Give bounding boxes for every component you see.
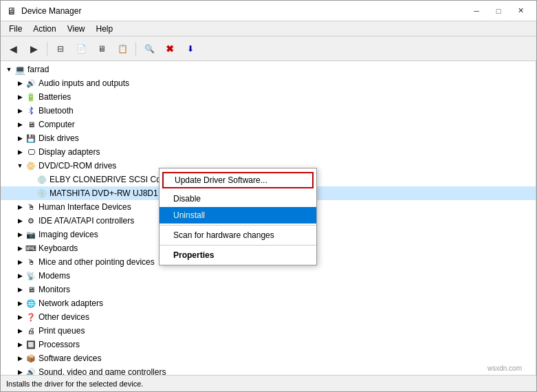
device-manager-window: 🖥 Device Manager ─ □ ✕ File Action View … <box>0 0 537 392</box>
tree-item-print[interactable]: ▶ 🖨 Print queues <box>1 324 536 338</box>
tree-item-audio[interactable]: ▶ 🔊 Audio inputs and outputs <box>1 76 536 90</box>
tree-item-other[interactable]: ▶ ❓ Other devices <box>1 310 536 324</box>
tree-icon-disk: 💾 <box>25 133 36 144</box>
minimize-button[interactable]: ─ <box>466 4 487 18</box>
tree-toggle-print[interactable]: ▶ <box>14 325 25 336</box>
tree-toggle-hid[interactable]: ▶ <box>14 202 25 213</box>
tree-toggle-other[interactable]: ▶ <box>14 312 25 323</box>
tree-label-sound: Sound, video and game controllers <box>39 367 166 375</box>
tree-toggle-processors[interactable]: ▶ <box>14 339 25 350</box>
toolbar-sep-2 <box>135 42 136 56</box>
tree-toggle-mice[interactable]: ▶ <box>14 257 25 268</box>
tree-icon-imaging: 📷 <box>25 229 36 240</box>
tree-item-modems[interactable]: ▶ 📡 Modems <box>1 269 536 283</box>
status-bar: Installs the driver for the selected dev… <box>1 375 536 391</box>
tree-icon-dvd: 📀 <box>25 160 36 171</box>
forward-button[interactable]: ▶ <box>24 39 43 58</box>
watermark: wsxdn.com <box>487 364 522 372</box>
tree-icon-display: 🖵 <box>25 146 36 157</box>
tree-icon-audio: 🔊 <box>25 78 36 89</box>
back-button[interactable]: ◀ <box>3 39 23 58</box>
tree-label-keyboards: Keyboards <box>39 243 78 253</box>
context-menu-update[interactable]: Update Driver Software... <box>162 172 314 188</box>
tree-toggle-computer[interactable]: ▶ <box>14 119 25 130</box>
tree-label-network: Network adapters <box>39 298 103 308</box>
delete-button[interactable]: ✖ <box>160 39 179 58</box>
scan-button[interactable]: 🔍 <box>140 39 159 58</box>
maximize-button[interactable]: □ <box>488 4 509 18</box>
tree-toggle-monitors[interactable]: ▶ <box>14 284 25 295</box>
context-menu-scan[interactable]: Scan for hardware changes <box>160 227 316 243</box>
tree-label-disk: Disk drives <box>39 133 79 143</box>
tree-area[interactable]: ▼ 💻 farrad ▶ 🔊 Audio inputs and outputs … <box>1 61 536 375</box>
context-menu-scan-label: Scan for hardware changes <box>173 230 274 240</box>
show-hidden-button[interactable]: ⊟ <box>51 39 70 58</box>
menu-action[interactable]: Action <box>28 23 61 35</box>
tree-toggle-network[interactable]: ▶ <box>14 298 25 309</box>
close-button[interactable]: ✕ <box>510 4 531 18</box>
tree-item-display[interactable]: ▶ 🖵 Display adapters <box>1 145 536 159</box>
tree-label-mice: Mice and other pointing devices <box>39 257 155 267</box>
menu-help[interactable]: Help <box>91 23 119 35</box>
title-bar: 🖥 Device Manager ─ □ ✕ <box>1 1 536 21</box>
tree-toggle-software[interactable]: ▶ <box>14 353 25 364</box>
tree-icon-print: 🖨 <box>25 325 36 336</box>
status-text: Installs the driver for the selected dev… <box>6 380 143 388</box>
tree-item-disk[interactable]: ▶ 💾 Disk drives <box>1 131 536 145</box>
tree-label-print: Print queues <box>39 326 85 336</box>
context-menu-uninstall[interactable]: Uninstall <box>160 207 316 224</box>
context-menu-sep-1 <box>160 225 316 226</box>
tree-toggle-keyboards[interactable]: ▶ <box>14 243 25 254</box>
device-manager-button[interactable]: 📋 <box>113 39 132 58</box>
tree-icon-hid: 🖱 <box>25 202 36 213</box>
computer-button[interactable]: 🖥 <box>92 39 111 58</box>
tree-toggle-ide[interactable]: ▶ <box>14 215 25 226</box>
main-area: ▼ 💻 farrad ▶ 🔊 Audio inputs and outputs … <box>1 61 536 375</box>
tree-toggle-batteries[interactable]: ▶ <box>14 91 25 102</box>
context-menu-update-label: Update Driver Software... <box>175 175 267 185</box>
menu-view[interactable]: View <box>62 23 91 35</box>
tree-item-network[interactable]: ▶ 🌐 Network adapters <box>1 296 536 310</box>
tree-item-monitors[interactable]: ▶ 🖥 Monitors <box>1 283 536 296</box>
context-menu-disable[interactable]: Disable <box>160 190 316 207</box>
toolbar-sep-1 <box>47 42 47 56</box>
tree-label-ide: IDE ATA/ATAPI controllers <box>39 216 134 226</box>
tree-icon-matshita: 💿 <box>36 188 47 199</box>
tree-item-bluetooth[interactable]: ▶ Bluetooth <box>1 104 536 118</box>
tree-label-computer: Computer <box>39 120 75 129</box>
tree-icon-processors: 🔲 <box>25 339 36 350</box>
tree-label-root: farrad <box>28 65 49 74</box>
update-button[interactable]: ⬇ <box>181 39 200 58</box>
tree-item-processors[interactable]: ▶ 🔲 Processors <box>1 338 536 351</box>
menu-file[interactable]: File <box>3 23 28 35</box>
tree-label-monitors: Monitors <box>39 285 70 294</box>
properties-button[interactable]: 📄 <box>72 39 91 58</box>
context-menu-sep-2 <box>160 245 316 246</box>
tree-toggle-audio[interactable]: ▶ <box>14 78 25 89</box>
tree-toggle-imaging[interactable]: ▶ <box>14 229 25 240</box>
tree-icon-network: 🌐 <box>25 298 36 309</box>
tree-toggle-bluetooth[interactable]: ▶ <box>14 105 25 116</box>
tree-item-software[interactable]: ▶ 📦 Software devices <box>1 351 536 365</box>
tree-toggle-modems[interactable]: ▶ <box>14 270 25 281</box>
tree-label-software: Software devices <box>39 353 101 363</box>
tree-icon-ide: ⚙ <box>25 215 36 226</box>
tree-toggle-dvd[interactable]: ▼ <box>14 160 25 171</box>
window-icon: 🖥 <box>6 6 17 17</box>
tree-icon-keyboards: ⌨ <box>25 243 36 254</box>
tree-toggle-display[interactable]: ▶ <box>14 146 25 157</box>
tree-toggle-sound[interactable]: ▶ <box>14 367 25 375</box>
tree-label-display: Display adapters <box>39 147 100 157</box>
context-menu-properties[interactable]: Properties <box>160 247 316 263</box>
tree-item-computer[interactable]: ▶ 🖥 Computer <box>1 118 536 131</box>
tree-item-sound[interactable]: ▶ 🔊 Sound, video and game controllers <box>1 365 536 375</box>
tree-icon-elby: 💿 <box>36 174 47 185</box>
tree-icon-monitors: 🖥 <box>25 284 36 295</box>
window-title: Device Manager <box>21 6 81 16</box>
tree-icon-computer: 🖥 <box>25 119 36 130</box>
tree-toggle-root[interactable]: ▼ <box>3 64 14 75</box>
tree-item-root[interactable]: ▼ 💻 farrad <box>1 63 536 76</box>
tree-toggle-disk[interactable]: ▶ <box>14 133 25 144</box>
tree-label-hid: Human Interface Devices <box>39 202 131 212</box>
tree-item-batteries[interactable]: ▶ 🔋 Batteries <box>1 90 536 104</box>
